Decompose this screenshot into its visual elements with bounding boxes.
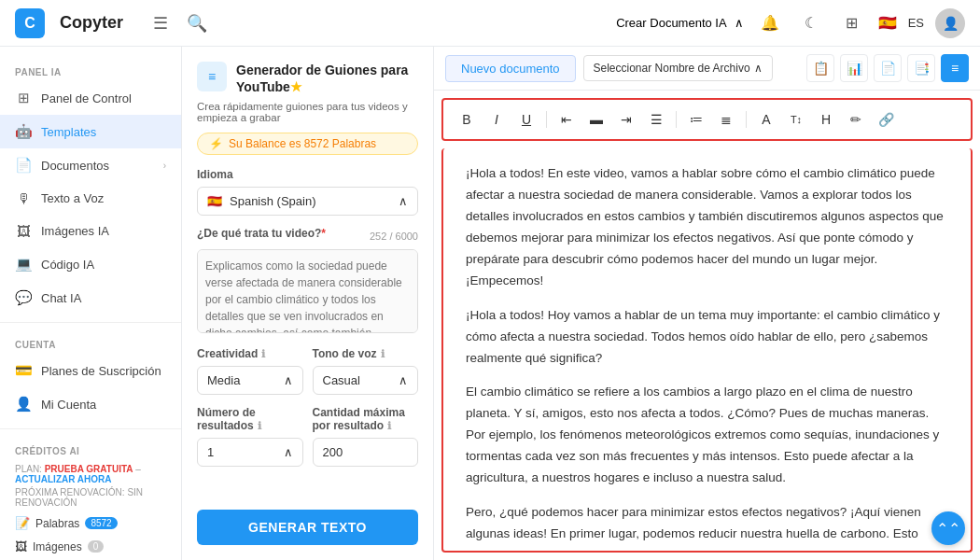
palabras-count: 8572 [85,517,117,529]
sidebar-item-planes[interactable]: 💳 Planes de Suscripción [0,354,181,387]
doc-icon: 📄 [15,157,32,174]
editor-icon-4[interactable]: 📑 [907,54,935,82]
lang-name: Spanish (Spain) [230,194,316,208]
sidebar-item-imagenes[interactable]: 🖼 Imágenes IA [0,215,181,247]
idioma-group: Idioma 🇪🇸 Spanish (Spain) ∧ [197,168,418,216]
chevron-up-icon: ∧ [754,62,763,75]
nav-right: 🔔 ☾ ⊞ 🇪🇸 ES 👤 [755,8,965,38]
tab-nuevo-documento[interactable]: Nuevo documento [445,55,576,82]
imagenes-count: 0 [88,540,105,553]
plan-upgrade-link[interactable]: ACTUALIZAR AHORA [15,474,112,484]
align-center-button[interactable]: ▬ [584,107,609,132]
chevron-up-icon: ∧ [399,194,408,208]
info-icon-tono[interactable]: ℹ [381,348,385,359]
highlight-button[interactable]: ✏ [844,107,868,132]
chevron-down-icon: ∧ [399,373,408,387]
seleccionar-nombre-btn[interactable]: Seleccionar Nombre de Archivo ∧ [583,55,773,81]
tono-select[interactable]: Casual ∧ [313,366,419,395]
info-icon-cantidad[interactable]: ℹ [387,420,391,431]
align-right-button[interactable]: ⇥ [614,107,638,132]
topic-textarea[interactable] [197,249,418,333]
sidebar-item-label: Documentos [41,159,154,173]
sidebar: PANEL IA ⊞ Panel de Control 🤖 Templates … [0,47,182,560]
tono-value: Casual [323,373,360,387]
cantidad-group: Cantidad máxima por resultadoℹ [313,406,419,467]
plan-prefix: PLAN: [15,464,42,474]
creatividad-value: Media [207,373,240,387]
font-size-button[interactable]: T↕ [784,107,808,132]
search-icon[interactable]: 🔍 [183,9,211,37]
user-icon: 👤 [15,396,32,413]
ordered-list-button[interactable]: ≔ [684,107,708,132]
editor-icons: 📋 📊 📄 📑 ≡ [806,54,969,82]
editor-icon-2[interactable]: 📊 [840,54,868,82]
generator-panel: ≡ Generador de Guiones para YouTube★ Cre… [182,47,434,560]
cuenta-label: CUENTA [0,330,181,354]
editor-icon-1[interactable]: 📋 [806,54,834,82]
creatividad-label: Creatividadℹ [197,347,303,360]
editor-icon-5[interactable]: ≡ [941,54,969,82]
renovacion-label: PRÓXIMA RENOVACIÓN: SIN RENOVACIÓN [15,487,166,508]
cantidad-input[interactable] [313,438,419,467]
info-icon[interactable]: ℹ [261,348,265,359]
unordered-list-button[interactable]: ≣ [714,107,738,132]
gen-title: Generador de Guiones para YouTube★ [236,62,418,95]
sidebar-item-documentos[interactable]: 📄 Documentos › [0,148,181,182]
editor-wrapper: B I U ⇤ ▬ ⇥ ☰ ≔ ≣ A T↕ H ✏ 🔗 ¡Hola a tod… [434,91,980,560]
bold-button[interactable]: B [455,107,479,132]
lang-flag: 🇪🇸 [207,194,222,208]
cantidad-label: Cantidad máxima por resultadoℹ [313,406,419,432]
sidebar-item-texto-voz[interactable]: 🎙 Texto a Voz [0,182,181,215]
avatar[interactable]: 👤 [935,8,965,38]
font-button[interactable]: A [754,107,778,132]
sidebar-item-label: Planes de Suscripción [41,364,166,378]
palabras-label: Palabras [35,517,79,530]
balance-badge: ⚡ Su Balance es 8572 Palabras [197,133,418,155]
num-resultados-group: Número de resultadosℹ 1 ∧ [197,406,303,467]
toolbar-divider-3 [746,111,747,128]
bolt-icon: ⚡ [209,137,223,150]
sidebar-item-label: Texto a Voz [41,191,166,205]
sidebar-item-codigo[interactable]: 💻 Código IA [0,247,181,281]
plan-sep: – [135,464,141,474]
sidebar-item-panel[interactable]: ⊞ Panel de Control [0,81,181,115]
topic-group: ¿De qué trata tu video?* 252 / 6000 [197,227,418,336]
sidebar-item-chat[interactable]: 💬 Chat IA [0,281,181,315]
lang-left: 🇪🇸 Spanish (Spain) [207,194,316,208]
link-button[interactable]: 🔗 [874,107,898,132]
chevron-up-icon: ∧ [735,16,744,30]
toolbar-divider-2 [676,111,677,128]
menu-icon[interactable]: ☰ [149,9,172,37]
topic-label: ¿De qué trata tu video?* [197,227,326,240]
crear-documento-btn[interactable]: Crear Documento IA ∧ [616,16,744,30]
editor-topbar: Nuevo documento Seleccionar Nombre de Ar… [434,47,980,91]
info-icon-num[interactable]: ℹ [258,420,261,431]
gen-header: ≡ Generador de Guiones para YouTube★ [197,62,418,95]
editor-icon-3[interactable]: 📄 [874,54,902,82]
ai-icon: 🤖 [15,123,32,140]
justify-button[interactable]: ☰ [644,107,668,132]
tono-group: Tono de vozℹ Casual ∧ [313,347,419,395]
content-p3: El cambio climático se refiere a los cam… [466,382,948,489]
idioma-label: Idioma [197,168,418,181]
align-left-button[interactable]: ⇤ [554,107,579,132]
topnav: C Copyter ☰ 🔍 Crear Documento IA ∧ 🔔 ☾ ⊞… [0,0,980,47]
heading-button[interactable]: H [814,107,838,132]
editor-content[interactable]: ¡Hola a todos! En este video, vamos a ha… [441,148,973,553]
moon-icon[interactable]: ☾ [796,8,826,38]
creatividad-select[interactable]: Media ∧ [197,366,303,395]
sidebar-item-templates[interactable]: 🤖 Templates [0,115,181,148]
generar-texto-button[interactable]: GENERAR TEXTO [197,510,418,545]
num-resultados-select[interactable]: 1 ∧ [197,438,303,467]
scroll-top-button[interactable]: ⌃⌃ [931,511,965,545]
underline-button[interactable]: U [514,107,539,132]
app-name: Copyter [60,13,123,33]
sidebar-item-mi-cuenta[interactable]: 👤 Mi Cuenta [0,387,181,421]
bell-icon[interactable]: 🔔 [755,8,785,38]
lang-select[interactable]: 🇪🇸 Spanish (Spain) ∧ [197,187,418,216]
toolbar-divider [546,111,547,128]
italic-button[interactable]: I [484,107,509,132]
resize-icon[interactable]: ⊞ [837,8,867,38]
star-icon: ★ [290,79,302,94]
creatividad-tono-row: Creatividadℹ Media ∧ Tono de vozℹ Casual… [197,347,418,406]
